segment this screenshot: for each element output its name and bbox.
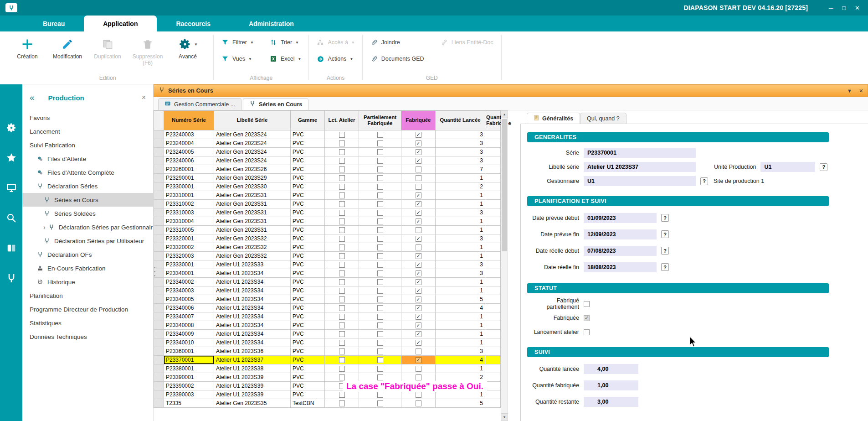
cell-quantite-lancee[interactable]: 3 [436, 234, 485, 243]
cell-lct-atelier[interactable] [325, 217, 359, 226]
splitter-handle[interactable] [154, 267, 156, 279]
cell-gamme[interactable]: PVC [291, 260, 325, 269]
expander-icon[interactable]: › [43, 223, 46, 231]
checkbox[interactable] [416, 210, 421, 216]
cell-serie[interactable]: P23310001 [164, 191, 214, 200]
cell-gamme[interactable]: PVC [291, 130, 325, 139]
cell-quantite-fabriquee[interactable] [485, 200, 501, 208]
row-selector[interactable] [154, 295, 164, 304]
cell-partiellement[interactable] [359, 286, 401, 295]
cell-libelle[interactable]: Atelier U1 2023S39 [214, 382, 291, 390]
cell-gamme[interactable]: PVC [291, 243, 325, 252]
detail-tab-qui-quand[interactable]: Qui, quand ? [580, 113, 627, 124]
cell-lct-atelier[interactable] [325, 200, 359, 208]
row-selector[interactable] [154, 226, 164, 234]
doc-tab-s-ries-en-cours[interactable]: Séries en Cours [243, 98, 308, 110]
cell-quantite-lancee[interactable]: 2 [436, 373, 485, 382]
checkbox[interactable] [416, 348, 421, 354]
cell-libelle[interactable]: Atelier U1 2023S34 [214, 286, 291, 295]
cell-lct-atelier[interactable] [325, 208, 359, 217]
row-selector[interactable] [154, 356, 164, 364]
cell-partiellement[interactable] [359, 182, 401, 191]
cell-lct-atelier[interactable] [325, 226, 359, 234]
checkbox[interactable] [339, 236, 345, 242]
cell-fabriquee[interactable] [401, 226, 436, 234]
row-selector[interactable] [154, 321, 164, 330]
cell-quantite-lancee[interactable]: 1 [436, 312, 485, 321]
sidebar-item-favoris[interactable]: Favoris [22, 111, 153, 125]
cell-fabriquee[interactable] [401, 260, 436, 269]
checkbox[interactable] [416, 201, 421, 207]
sidebar-item-statistiques[interactable]: Statistiques [22, 316, 153, 330]
date-field[interactable]: 12/09/2023 [584, 229, 657, 239]
cell-serie[interactable]: P23340003 [164, 286, 214, 295]
table-row-P23370001[interactable]: P23370001Atelier U1 2023S37PVC4 [154, 356, 501, 364]
cell-lct-atelier[interactable] [325, 356, 359, 364]
checkbox[interactable] [377, 184, 383, 190]
cell-quantite-lancee[interactable]: 1 [436, 243, 485, 252]
cell-quantite-lancee[interactable]: 5 [436, 399, 485, 408]
checkbox[interactable] [377, 210, 383, 216]
cell-gamme[interactable]: PVC [291, 286, 325, 295]
cell-gamme[interactable]: PVC [291, 295, 325, 304]
cell-gamme[interactable]: PVC [291, 373, 325, 382]
checkbox[interactable] [377, 140, 383, 146]
row-selector[interactable] [154, 156, 164, 165]
table-row-P23360001[interactable]: P23360001Atelier U1 2023S36PVC3 [154, 347, 501, 356]
serie-field[interactable]: P23370001 [584, 148, 696, 158]
checkbox[interactable] [339, 314, 345, 320]
cell-serie[interactable]: P23340002 [164, 278, 214, 286]
cell-quantite-lancee[interactable]: 5 [436, 295, 485, 304]
cell-quantite-lancee[interactable]: 3 [436, 269, 485, 278]
cell-gamme[interactable]: PVC [291, 156, 325, 165]
cell-gamme[interactable]: PVC [291, 174, 325, 182]
sidebar-item-en-cours-fabrication[interactable]: En-Cours Fabrication [22, 261, 153, 275]
checkbox[interactable] [339, 366, 345, 372]
actions-button[interactable]: Actions ▼ [314, 55, 356, 63]
cell-fabriquee[interactable] [401, 312, 436, 321]
checkbox[interactable] [339, 192, 345, 198]
cell-lct-atelier[interactable] [325, 234, 359, 243]
cell-gamme[interactable]: PVC [291, 200, 325, 208]
checkbox[interactable] [377, 218, 383, 224]
cell-gamme[interactable]: PVC [291, 226, 325, 234]
row-selector[interactable] [154, 382, 164, 390]
cell-gamme[interactable]: PVC [291, 278, 325, 286]
joindre-button[interactable]: Joindre [368, 38, 426, 47]
cell-serie[interactable]: P23240005 [164, 148, 214, 156]
checkbox[interactable] [416, 166, 421, 172]
cell-quantite-fabriquee[interactable] [485, 226, 501, 234]
cell-fabriquee[interactable] [401, 217, 436, 226]
cell-quantite-lancee[interactable]: 3 [436, 347, 485, 356]
cell-serie[interactable]: P23300001 [164, 182, 214, 191]
checkbox[interactable] [339, 374, 345, 380]
date-field[interactable]: 01/09/2023 [584, 213, 657, 223]
cell-quantite-lancee[interactable]: 2 [436, 182, 485, 191]
documents-ged-button[interactable]: Documents GED [368, 55, 426, 63]
cell-lct-atelier[interactable] [325, 312, 359, 321]
column-header-serie[interactable]: Numéro Série [164, 111, 214, 130]
row-selector[interactable] [154, 191, 164, 200]
cell-fabriquee[interactable] [401, 373, 436, 382]
cell-lct-atelier[interactable] [325, 139, 359, 148]
unite-production-field[interactable]: U1 [760, 162, 815, 172]
cell-quantite-fabriquee[interactable] [485, 217, 501, 226]
checkbox[interactable] [339, 244, 345, 250]
checkbox[interactable] [377, 288, 383, 294]
table-row-P23240006[interactable]: P23240006Atelier Gen 2023S24PVC3 [154, 156, 501, 165]
cell-gamme[interactable]: PVC [291, 217, 325, 226]
menu-tab-raccourcis[interactable]: Raccourcis [157, 16, 229, 31]
cell-quantite-fabriquee[interactable] [485, 373, 501, 382]
cell-libelle[interactable]: Atelier U1 2023S33 [214, 260, 291, 269]
cell-gamme[interactable]: PVC [291, 382, 325, 390]
checkbox[interactable] [339, 400, 345, 406]
cell-quantite-lancee[interactable]: 7 [436, 165, 485, 174]
cell-libelle[interactable]: Atelier U1 2023S36 [214, 347, 291, 356]
checkbox[interactable] [416, 149, 421, 155]
cell-libelle[interactable]: Atelier Gen 2023S35 [214, 399, 291, 408]
cell-partiellement[interactable] [359, 191, 401, 200]
cell-serie[interactable]: P23320001 [164, 234, 214, 243]
cell-quantite-fabriquee[interactable] [485, 330, 501, 338]
checkbox[interactable] [339, 340, 345, 346]
cell-gamme[interactable]: PVC [291, 321, 325, 330]
